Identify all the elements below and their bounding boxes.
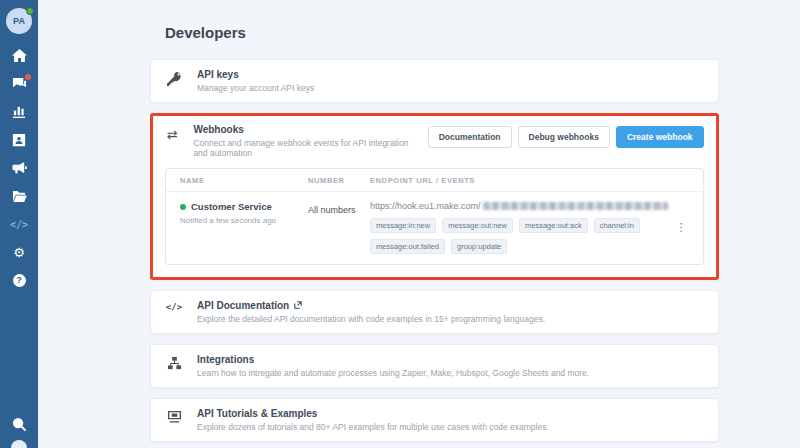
card-api-documentation[interactable]: </> API Documentation Explore the detail… bbox=[150, 290, 719, 334]
event-tag: message:in:new bbox=[370, 218, 436, 233]
online-status-dot bbox=[26, 7, 34, 15]
webhooks-table: NAME NUMBER ENDPOINT URL / EVENTS Custom… bbox=[165, 168, 704, 265]
sidebar-item-chats[interactable] bbox=[9, 76, 29, 92]
card-integrations[interactable]: Integrations Learn how to intregate and … bbox=[150, 344, 719, 388]
event-tag: message:out:failed bbox=[370, 239, 445, 254]
sidebar-item-contacts[interactable] bbox=[9, 132, 29, 148]
sidebar-item-help[interactable]: ? bbox=[9, 272, 29, 288]
api-tutorials-subtitle: Explore dozens of tutorials and 80+ API … bbox=[197, 422, 549, 432]
column-header-endpoint: ENDPOINT URL / EVENTS bbox=[370, 176, 689, 185]
api-keys-title: API keys bbox=[197, 69, 314, 80]
row-menu-kebab-icon[interactable]: ⋮ bbox=[668, 217, 695, 238]
key-icon bbox=[166, 71, 182, 87]
api-documentation-subtitle: Explore the detailed API documentation w… bbox=[197, 314, 545, 324]
page-title: Developers bbox=[165, 24, 719, 41]
webhook-status: Notified a few seconds ago bbox=[180, 216, 308, 225]
webhook-table-row: Customer Service Notified a few seconds … bbox=[166, 192, 703, 264]
card-api-tutorials[interactable]: API Tutorials & Examples Explore dozens … bbox=[150, 398, 719, 442]
webhook-active-dot bbox=[180, 204, 186, 210]
partial-bottom-icon bbox=[11, 440, 27, 448]
card-api-keys[interactable]: API keys Manage your account API keys bbox=[150, 59, 719, 103]
gear-icon: ⚙ bbox=[13, 246, 25, 259]
webhook-name: Customer Service bbox=[191, 201, 272, 212]
tutorials-screen-icon bbox=[167, 410, 182, 424]
sidebar-item-developers[interactable]: </> bbox=[9, 216, 29, 232]
external-link-icon bbox=[294, 300, 302, 311]
sidebar-item-analytics[interactable] bbox=[9, 104, 29, 120]
webhook-number: All numbers bbox=[308, 205, 370, 215]
event-tag: group:update bbox=[451, 239, 507, 254]
home-icon bbox=[12, 49, 27, 63]
integrations-subtitle: Learn how to intregate and automate proc… bbox=[197, 368, 589, 378]
api-keys-subtitle: Manage your account API keys bbox=[197, 83, 314, 93]
column-header-name: NAME bbox=[180, 176, 308, 185]
notification-badge bbox=[25, 74, 31, 80]
sidebar: PA </> ⚙ ? bbox=[0, 0, 38, 448]
sidebar-item-settings[interactable]: ⚙ bbox=[9, 244, 29, 260]
folder-icon bbox=[12, 190, 27, 203]
webhooks-title: Webhooks bbox=[193, 124, 413, 135]
main-content: Developers API keys Manage your account … bbox=[38, 0, 800, 448]
sidebar-item-announcements[interactable] bbox=[9, 160, 29, 176]
sidebar-item-files[interactable] bbox=[9, 188, 29, 204]
debug-webhooks-button[interactable]: Debug webhooks bbox=[518, 126, 610, 148]
event-tag: channel:in bbox=[594, 218, 640, 233]
sidebar-item-home[interactable] bbox=[9, 48, 29, 64]
create-webhook-button[interactable]: Create webhook bbox=[616, 126, 704, 148]
documentation-button[interactable]: Documentation bbox=[428, 126, 512, 148]
webhooks-subtitle: Connect and manage webhook events for AP… bbox=[193, 138, 413, 158]
sidebar-item-search[interactable] bbox=[9, 416, 29, 432]
event-tag: message:out:new bbox=[442, 218, 513, 233]
megaphone-icon bbox=[12, 161, 27, 175]
webhook-url: https://hook.eu1.make.com/ bbox=[370, 201, 481, 211]
column-header-number: NUMBER bbox=[308, 176, 370, 185]
api-tutorials-title: API Tutorials & Examples bbox=[197, 408, 549, 419]
webhook-transfer-icon: ⇄ bbox=[165, 127, 179, 142]
user-avatar[interactable]: PA bbox=[6, 8, 32, 34]
sitemap-icon bbox=[167, 356, 182, 371]
redacted-url-segment bbox=[483, 202, 668, 210]
webhook-events: message:in:new message:out:new message:o… bbox=[370, 218, 668, 254]
bar-chart-icon bbox=[12, 105, 27, 119]
chat-icon bbox=[12, 77, 27, 91]
event-tag: message:out:ack bbox=[519, 218, 588, 233]
api-documentation-title: API Documentation bbox=[197, 300, 289, 311]
contact-card-icon bbox=[12, 133, 26, 147]
code-icon: </> bbox=[10, 219, 28, 230]
integrations-title: Integrations bbox=[197, 354, 589, 365]
card-webhooks-highlighted: ⇄ Webhooks Connect and manage webhook ev… bbox=[150, 113, 719, 280]
search-icon bbox=[12, 417, 27, 432]
help-icon: ? bbox=[13, 274, 26, 287]
code-brackets-icon: </> bbox=[165, 302, 183, 312]
